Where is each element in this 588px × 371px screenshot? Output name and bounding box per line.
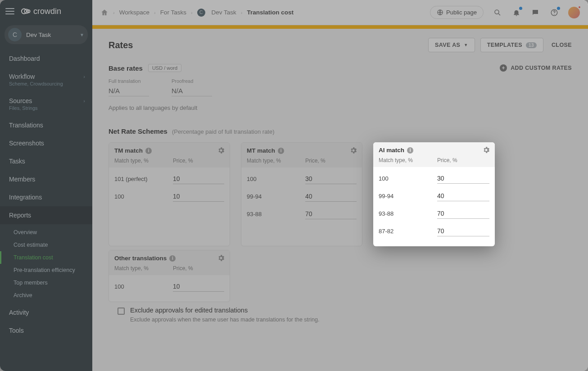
project-switcher[interactable]: C Dev Task ▼: [5, 25, 88, 44]
match-type-label: 100: [114, 193, 173, 200]
net-rate-title: Net Rate Schemes: [109, 127, 167, 135]
chevron-right-icon: ›: [113, 10, 115, 15]
messages-icon[interactable]: [530, 8, 540, 18]
rate-row: 101 (perfect): [114, 170, 224, 188]
sidebar-item-activity[interactable]: Activity: [0, 303, 92, 321]
public-page-button[interactable]: Public page: [430, 6, 484, 19]
user-avatar[interactable]: [568, 7, 580, 18]
plus-icon: +: [500, 64, 507, 72]
sidebar-item-tasks[interactable]: Tasks: [0, 152, 92, 170]
full-translation-input[interactable]: N/A: [109, 86, 149, 96]
search-icon[interactable]: [493, 8, 502, 18]
brand-logo[interactable]: crowdin: [21, 6, 61, 16]
info-icon[interactable]: i: [169, 255, 176, 262]
sidebar-subitem-translation-cost[interactable]: Translation cost: [0, 251, 92, 264]
sidebar-nav: DashboardWorkflowScheme, Crowdsourcing›S…: [0, 50, 92, 371]
sidebar-subitem-cost-estimate[interactable]: Cost estimate: [0, 239, 92, 251]
main-content: Rates SAVE AS ▼ TEMPLATES 13 CLOSE Base …: [92, 25, 588, 371]
notifications-icon[interactable]: [511, 8, 521, 18]
sidebar-item-screenshots[interactable]: Screenshots: [0, 134, 92, 152]
chevron-right-icon: ›: [83, 98, 85, 104]
col-match-type: Match type, %: [247, 158, 305, 164]
rate-row: 100: [247, 170, 357, 188]
notification-dot: [557, 7, 560, 10]
breadcrumb-workspace[interactable]: Workspace: [119, 9, 149, 16]
sidebar-subitem-pre-translation-efficiency[interactable]: Pre-translation efficiency: [0, 264, 92, 276]
price-input[interactable]: [173, 191, 224, 202]
home-icon[interactable]: [100, 9, 109, 17]
gear-icon[interactable]: [349, 146, 357, 154]
notification-dot: [519, 7, 522, 10]
match-type-label: 100: [114, 283, 173, 290]
sidebar-subitem-top-members[interactable]: Top members: [0, 276, 92, 289]
project-avatar: C: [8, 28, 22, 41]
sidebar-subitem-overview[interactable]: Overview: [0, 226, 92, 239]
sidebar-item-sources[interactable]: SourcesFiles, Strings›: [0, 92, 92, 116]
col-match-type: Match type, %: [114, 158, 173, 164]
card-ai: AI match i Match type, % Price, % 100 99…: [373, 142, 495, 246]
add-custom-rates-button[interactable]: + ADD CUSTOM RATES: [500, 64, 572, 72]
price-input[interactable]: [173, 174, 224, 184]
crowdin-logo-icon: [21, 6, 31, 16]
svg-point-4: [495, 10, 499, 14]
sidebar-item-members[interactable]: Members: [0, 170, 92, 188]
menu-icon[interactable]: [5, 8, 14, 14]
templates-button[interactable]: TEMPLATES 13: [480, 38, 543, 52]
match-type-label: 93-88: [379, 210, 437, 217]
sidebar-item-translations[interactable]: Translations: [0, 116, 92, 134]
price-input[interactable]: [305, 174, 357, 184]
sidebar-item-tools[interactable]: Tools: [0, 321, 92, 339]
breadcrumb-current: Translation cost: [247, 9, 294, 16]
globe-icon: [437, 9, 443, 16]
sidebar-item-workflow[interactable]: WorkflowScheme, Crowdsourcing›: [0, 68, 92, 92]
price-input[interactable]: [437, 173, 489, 184]
gear-icon[interactable]: [217, 254, 225, 262]
sidebar-item-reports[interactable]: Reports: [0, 206, 92, 224]
sidebar-item-integrations[interactable]: Integrations: [0, 188, 92, 206]
price-input[interactable]: [305, 209, 357, 219]
proofread-input[interactable]: N/A: [172, 86, 212, 96]
rate-row: 93-88: [379, 205, 489, 222]
svg-point-6: [554, 14, 555, 15]
gear-icon[interactable]: [217, 146, 225, 154]
net-rate-hint: (Percentage paid of full translation rat…: [172, 128, 275, 135]
templates-count-badge: 13: [526, 42, 537, 48]
save-as-button[interactable]: SAVE AS ▼: [428, 38, 475, 52]
price-input[interactable]: [437, 226, 489, 236]
gear-icon[interactable]: [482, 146, 490, 154]
card-title-other: Other translations: [114, 255, 167, 262]
sidebar-item-dashboard[interactable]: Dashboard: [0, 50, 92, 68]
close-button[interactable]: CLOSE: [552, 42, 572, 48]
rate-row: 93-88: [247, 205, 357, 223]
card-tm: TM match i Match type, % Price, % 101 (p…: [109, 142, 230, 246]
card-title-tm: TM match: [114, 147, 143, 154]
rate-row: 87-82: [379, 222, 489, 240]
price-input[interactable]: [173, 281, 224, 292]
price-input[interactable]: [437, 208, 489, 219]
info-icon[interactable]: i: [145, 148, 152, 154]
applies-note: Applies to all languages by default: [109, 104, 572, 111]
match-type-label: 100: [379, 175, 437, 182]
match-type-label: 87-82: [379, 228, 437, 235]
card-title-mt: MT match: [247, 147, 275, 154]
chevron-right-icon: ›: [241, 10, 243, 15]
breadcrumb-project[interactable]: Dev Task: [212, 9, 236, 16]
sidebar-subitem-archive[interactable]: Archive: [0, 289, 92, 302]
exclude-checkbox[interactable]: [118, 308, 125, 315]
info-icon[interactable]: i: [278, 148, 284, 154]
price-input[interactable]: [305, 191, 357, 202]
topbar: › Workspace › For Tasks › C Dev Task › T…: [92, 0, 588, 25]
unit-chip[interactable]: USD / word: [148, 64, 181, 72]
rate-row: 99-94: [379, 187, 489, 205]
exclude-title: Exclude approvals for edited translation…: [130, 307, 248, 314]
chevron-right-icon: ›: [191, 10, 193, 15]
breadcrumb-group[interactable]: For Tasks: [160, 9, 186, 16]
col-price: Price, %: [173, 158, 193, 164]
help-icon[interactable]: [549, 8, 559, 18]
chevron-down-icon: ▼: [464, 43, 468, 47]
match-type-label: 99-94: [247, 193, 305, 200]
col-price: Price, %: [437, 157, 457, 163]
proofread-label: Proofread: [172, 78, 212, 84]
info-icon[interactable]: i: [407, 147, 413, 154]
price-input[interactable]: [437, 191, 489, 201]
